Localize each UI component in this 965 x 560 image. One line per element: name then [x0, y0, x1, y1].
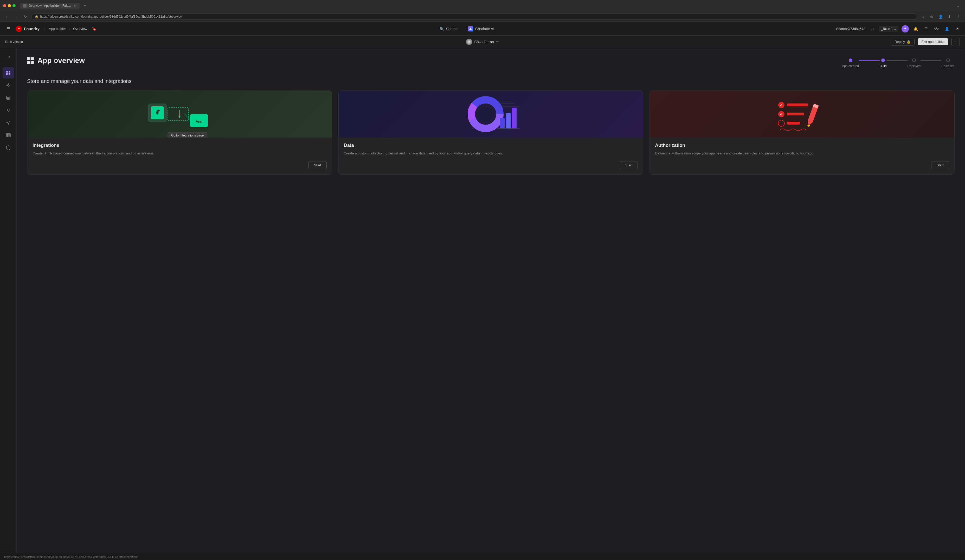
charlotte-ai-button[interactable]: Charlotte AI [465, 25, 497, 33]
foundry-logo[interactable]: Foundry [16, 26, 39, 32]
integrations-card-title: Integrations [33, 143, 327, 148]
more-options-button[interactable]: ⋯ [952, 38, 960, 46]
svg-text:✓: ✓ [780, 112, 783, 116]
tab-favicon [23, 4, 26, 8]
step-dot-app-created [849, 59, 852, 62]
theme-toggle-icon[interactable]: ☀ [954, 25, 961, 33]
svg-rect-35 [500, 118, 505, 129]
integrations-start-button[interactable]: Start [309, 161, 326, 169]
step-released: Released [941, 59, 955, 68]
svg-rect-36 [506, 113, 510, 129]
integrations-card-description: Create HTTP based connections between th… [33, 151, 327, 156]
title-icon-square-2 [31, 57, 34, 60]
talon-badge[interactable]: _Talon 1 ⌄ [879, 26, 898, 32]
grid-icon[interactable]: ⊞ [869, 25, 876, 33]
sidebar-item-overview[interactable] [3, 67, 14, 78]
data-card-title: Data [344, 143, 638, 148]
exit-app-builder-button[interactable]: Exit app builder [918, 38, 949, 45]
browser-more-icon[interactable]: ⋮ [955, 13, 962, 20]
traffic-lights [3, 4, 16, 7]
app-name-label: Okta Demo [474, 39, 494, 44]
maximize-button[interactable] [13, 4, 16, 7]
deploy-label: Deploy [895, 40, 905, 44]
svg-text:App: App [196, 119, 202, 123]
sub-header: Draft version Okta Demo ✏ Deploy 🔒 Exit … [0, 36, 965, 48]
title-icon-square-1 [27, 57, 30, 60]
deploy-button[interactable]: Deploy 🔒 [891, 38, 914, 46]
sidebar-item-data[interactable] [3, 92, 14, 103]
browser-download-icon[interactable]: ⬇ [946, 13, 953, 20]
page-title-section: App overview [27, 56, 85, 65]
data-card-footer: Start [339, 161, 643, 175]
app-header: ☰ Foundry | App builder › Overview 🔖 🔍 S… [0, 22, 965, 36]
okta-logo [466, 39, 473, 45]
app-container: ☰ Foundry | App builder › Overview 🔖 🔍 S… [0, 22, 965, 560]
step-dot-deployed [912, 59, 916, 62]
data-start-button[interactable]: Start [620, 161, 638, 169]
user-avatar[interactable] [901, 25, 909, 33]
person-icon[interactable]: 👤 [943, 25, 950, 33]
step-connector-1 [859, 60, 880, 60]
breadcrumb-app-builder[interactable]: App builder [49, 27, 66, 31]
minimize-button[interactable] [8, 4, 11, 7]
data-card-body: Data Create a custom collection to persi… [339, 137, 643, 161]
svg-point-15 [7, 109, 9, 111]
sidebar-item-shield[interactable] [3, 142, 14, 153]
step-deployed: Deployed [908, 59, 921, 68]
cards-grid: App Go to In [27, 90, 955, 175]
sidebar-item-integrations[interactable] [3, 80, 14, 91]
code-icon[interactable]: </> [933, 25, 940, 33]
title-icon-square-4 [31, 61, 34, 64]
svg-rect-49 [787, 122, 800, 124]
sidebar-item-table[interactable] [3, 129, 14, 141]
svg-point-2 [904, 28, 906, 29]
reload-button[interactable]: ↻ [22, 13, 29, 20]
hamburger-menu-button[interactable]: ☰ [4, 25, 13, 33]
step-dot-released [946, 59, 950, 62]
svg-rect-8 [8, 73, 10, 75]
new-tab-button[interactable]: + [82, 3, 88, 9]
svg-rect-5 [6, 71, 8, 72]
tab-title: Overview | App builder | Falc... [29, 4, 71, 8]
search-button[interactable]: 🔍 Search [437, 25, 461, 33]
close-button[interactable] [3, 4, 6, 7]
integrations-tooltip: Go to Integrations page [168, 132, 207, 137]
browser-tab[interactable]: Overview | App builder | Falc... ✕ [20, 3, 80, 8]
charlotte-ai-label: Charlotte AI [475, 27, 494, 31]
address-bar[interactable]: 🔒 https://falcon.crowdstrike.com/foundry… [31, 13, 917, 20]
browser-menu-button[interactable]: ⌄ [955, 2, 962, 9]
tab-close-button[interactable]: ✕ [73, 4, 77, 8]
edit-app-name-icon[interactable]: ✏ [496, 40, 499, 44]
sidebar-item-arrow[interactable] [3, 51, 14, 63]
breadcrumb-chevron-icon: › [69, 27, 70, 30]
page-title: App overview [38, 56, 85, 65]
bookmark-icon[interactable]: 🔖 [90, 25, 98, 33]
browser-profile-icon[interactable]: 👤 [937, 13, 944, 20]
authorization-start-button[interactable]: Start [931, 161, 949, 169]
svg-point-34 [479, 107, 492, 121]
integration-illustration: App [27, 91, 332, 137]
svg-marker-29 [178, 116, 180, 118]
notification-icon[interactable]: 🔔 [912, 25, 919, 33]
back-button[interactable]: ‹ [3, 13, 10, 20]
step-build: Build [880, 59, 887, 68]
section-title: Store and manage your data and integrati… [27, 78, 955, 84]
forward-button[interactable]: › [13, 13, 20, 20]
data-card-image [339, 91, 643, 137]
charlotte-ai-icon [468, 26, 473, 31]
sidebar-item-insights[interactable] [3, 104, 14, 116]
bookmark-star-icon[interactable]: ☆ [919, 13, 926, 20]
step-connector-3 [921, 60, 941, 60]
lock-icon: 🔒 [906, 40, 911, 44]
sidebar-separator-1 [4, 65, 13, 65]
breadcrumb-separator-1: | [44, 27, 45, 31]
sidebar-item-settings[interactable] [3, 117, 14, 129]
svg-line-30 [185, 114, 190, 119]
step-label-app-created: App created [842, 64, 859, 68]
user-info[interactable]: Search@73d8d578 [836, 27, 865, 31]
integrations-card-image: App Go to In [27, 91, 332, 137]
browser-extensions-icon[interactable]: ⊕ [928, 13, 936, 20]
integrations-card-body: Integrations Create HTTP based connectio… [27, 137, 332, 161]
svg-point-14 [7, 96, 10, 98]
settings-icon[interactable]: ☰ [922, 25, 930, 33]
